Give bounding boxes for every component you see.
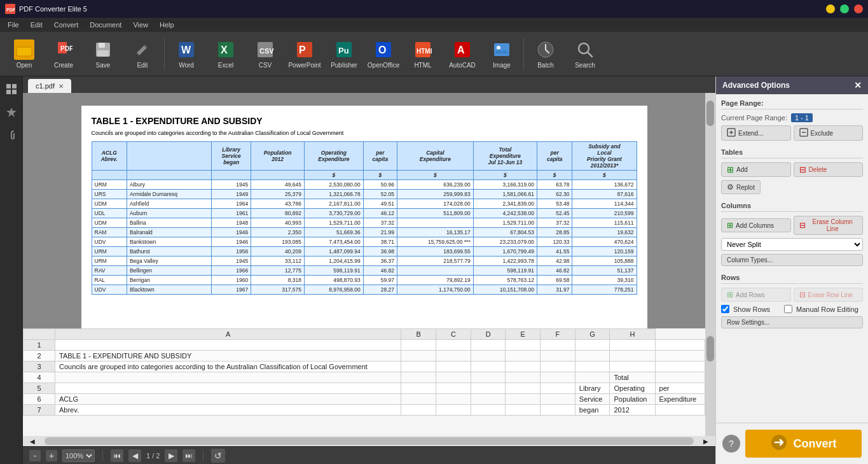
table-cell[interactable] (575, 372, 610, 383)
table-cell[interactable] (55, 383, 401, 394)
maximize-button[interactable] (840, 4, 849, 13)
replot-button[interactable]: ⚙ Replot (721, 180, 761, 194)
menu-file[interactable]: File (3, 20, 24, 30)
menu-edit[interactable]: Edit (25, 20, 48, 30)
column-types-button[interactable]: Column Types... (721, 254, 863, 266)
table-cell[interactable] (575, 351, 610, 362)
menu-document[interactable]: Document (85, 20, 127, 30)
table-cell[interactable]: Service (575, 394, 610, 405)
close-button[interactable] (854, 4, 863, 13)
col-header-D[interactable]: D (471, 329, 506, 340)
table-cell[interactable]: per (655, 383, 705, 394)
table-cell[interactable] (506, 394, 541, 405)
pdf-tab[interactable]: c1.pdf ✕ (28, 79, 71, 93)
manual-row-editing-checkbox[interactable] (784, 305, 792, 313)
col-header-G[interactable]: G (575, 329, 610, 340)
table-cell[interactable]: Population (610, 394, 655, 405)
menu-view[interactable]: View (128, 20, 153, 30)
menu-help[interactable]: Help (155, 20, 179, 30)
excel-button[interactable]: X Excel (207, 35, 245, 73)
add-rows-button[interactable]: ⊞ Add Rows (721, 288, 791, 302)
pdf-vscroll[interactable] (705, 93, 715, 328)
col-header-E[interactable]: E (506, 329, 541, 340)
table-cell[interactable] (55, 340, 401, 351)
table-cell[interactable] (401, 351, 436, 362)
nav-start-button[interactable]: ⏮ (111, 449, 123, 462)
erase-column-line-button[interactable]: ⊟ Erase Column Line (794, 216, 864, 235)
powerpoint-button[interactable]: P PowerPoint (286, 35, 324, 73)
table-cell[interactable] (436, 372, 471, 383)
autocad-button[interactable]: A AutoCAD (443, 35, 481, 73)
table-cell[interactable] (506, 405, 541, 416)
table-cell[interactable] (610, 362, 655, 372)
table-cell[interactable]: Expenditure (655, 394, 705, 405)
sheet-vscroll-thumb[interactable] (706, 336, 714, 362)
open-button[interactable]: Open (5, 35, 43, 73)
col-header-H[interactable]: H (610, 329, 655, 340)
table-cell[interactable] (471, 362, 506, 372)
word-button[interactable]: W Word (167, 35, 205, 73)
table-cell[interactable] (655, 351, 705, 362)
create-button[interactable]: PDF Create (45, 35, 83, 73)
sheet-hscrollbar[interactable]: ◀ ▶ (23, 436, 715, 446)
sheet-view[interactable]: A B C D E F G H 12TABLE 1 - EXPENDI (23, 328, 705, 436)
table-cell[interactable] (506, 362, 541, 372)
convert-button[interactable]: Convert (745, 430, 862, 458)
nav-next-button[interactable]: ▶ (165, 449, 177, 462)
html-button[interactable]: HTML HTML (404, 35, 442, 73)
table-cell[interactable] (506, 372, 541, 383)
table-cell[interactable] (471, 394, 506, 405)
menu-convert[interactable]: Convert (49, 20, 84, 30)
table-cell[interactable]: 2012 (610, 405, 655, 416)
search-button[interactable]: Search (566, 35, 604, 73)
table-cell[interactable]: began (575, 405, 610, 416)
zoom-out-button[interactable]: - (29, 450, 41, 461)
table-cell[interactable] (401, 362, 436, 372)
table-cell[interactable] (55, 372, 401, 383)
table-cell[interactable] (436, 351, 471, 362)
table-cell[interactable] (655, 405, 705, 416)
table-cell[interactable] (471, 372, 506, 383)
zoom-select[interactable]: 100% 75% 125% 150% (62, 449, 95, 462)
tab-close-icon[interactable]: ✕ (59, 83, 64, 90)
table-cell[interactable] (575, 340, 610, 351)
nav-end-button[interactable]: ⏭ (183, 449, 195, 462)
table-cell[interactable] (655, 362, 705, 372)
table-cell[interactable] (541, 394, 575, 405)
table-cell[interactable] (610, 340, 655, 351)
edit-button[interactable]: Edit (123, 35, 162, 73)
table-cell[interactable] (655, 340, 705, 351)
zoom-in-button[interactable]: + (46, 450, 57, 461)
openoffice-button[interactable]: O OpenOffice (364, 35, 403, 73)
table-cell[interactable]: Abrev. (55, 405, 401, 416)
sidebar-paperclip-icon[interactable] (3, 126, 20, 144)
table-cell[interactable] (471, 405, 506, 416)
table-cell[interactable] (610, 351, 655, 362)
col-header-A[interactable]: A (55, 329, 401, 340)
table-cell[interactable] (436, 340, 471, 351)
exclude-button[interactable]: Exclude (794, 125, 864, 141)
add-table-button[interactable]: ⊞ Add (721, 162, 791, 177)
table-cell[interactable] (436, 362, 471, 372)
table-cell[interactable] (471, 351, 506, 362)
pdf-view[interactable]: TABLE 1 - EXPENDITURE AND SUBSIDY Counci… (23, 93, 705, 328)
table-cell[interactable] (575, 362, 610, 372)
help-button[interactable]: ? (722, 435, 740, 453)
table-cell[interactable] (655, 372, 705, 383)
delete-table-button[interactable]: ⊟ Delete (794, 162, 864, 177)
nav-prev-button[interactable]: ◀ (128, 449, 141, 462)
pdf-vscroll-thumb[interactable] (706, 101, 714, 126)
erase-row-line-button[interactable]: ⊟ Erase Row Line (794, 288, 864, 302)
save-button[interactable]: Save (84, 35, 122, 73)
table-cell[interactable] (401, 372, 436, 383)
table-cell[interactable] (436, 394, 471, 405)
col-header-C[interactable]: C (436, 329, 471, 340)
sidebar-star-icon[interactable] (3, 103, 20, 121)
table-cell[interactable]: Total (610, 372, 655, 383)
table-cell[interactable] (506, 340, 541, 351)
table-cell[interactable] (541, 362, 575, 372)
table-cell[interactable] (541, 405, 575, 416)
hscroll-thumb[interactable] (45, 437, 694, 445)
col-header-B[interactable]: B (401, 329, 436, 340)
table-cell[interactable]: TABLE 1 - EXPENDITURE AND SUBSIDY (55, 351, 401, 362)
